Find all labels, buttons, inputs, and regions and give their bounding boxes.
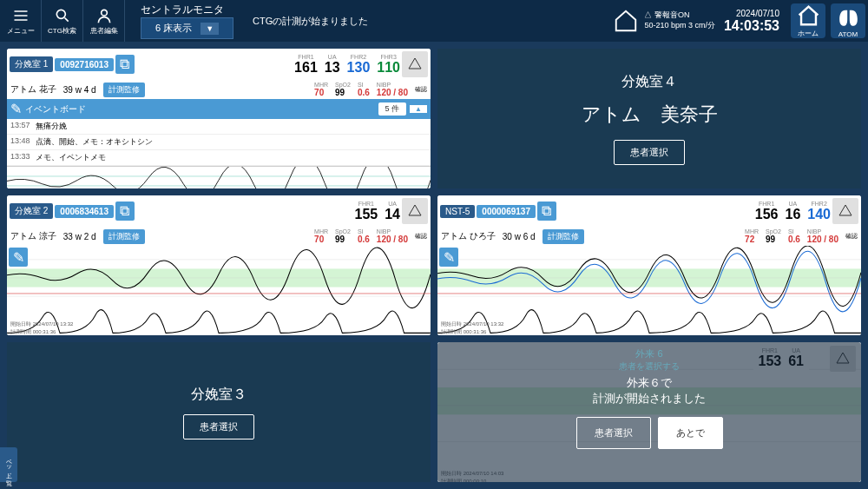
select-patient-button[interactable]: 患者選択 [183, 414, 254, 439]
event-item[interactable]: 13:57無痛分娩 [7, 119, 431, 135]
overlay-message: 外来６で計測が開始されました [593, 375, 706, 406]
bed-grid: 分娩室 1 0092716013 ⧉ FHR1161 UA13 FHR2130 … [0, 42, 868, 489]
datetime: 2024/07/10 14:03:53 [724, 9, 779, 34]
monitor-action-button[interactable]: 計測監修 [542, 229, 584, 244]
patient-name: アトム 花子 [10, 83, 56, 96]
timestamp-info: 開始日時 2024/07/10 13:32計測時間 000:31:36 [441, 320, 503, 335]
svg-rect-2 [7, 167, 431, 188]
person-icon [95, 7, 113, 24]
bed-tile-6[interactable]: 開始日時 2024/07/10 14:03計測時間 000:00:10 FHR1… [437, 342, 861, 482]
ctg-chart[interactable]: 開始日時 2024/07/10 13:31計測時間 000:32:09 [7, 167, 431, 188]
alarm-icon [838, 204, 852, 218]
patient-edit-button[interactable]: 患者編集 [83, 0, 125, 42]
home-icon [796, 3, 821, 29]
alarm-icon [408, 204, 422, 218]
collapse-icon[interactable]: ▲ [410, 105, 427, 113]
bed-tile-3[interactable]: 分娩室３ 患者選択 [7, 342, 431, 482]
room-tag: 分娩室 1 [10, 56, 53, 72]
ctg-chart[interactable]: ✎ 開始日時 2024/07/10 13:32計測時間 000:31:36 [437, 246, 861, 335]
app-header: メニュー CTG検索 患者編集 セントラルモニタ 6 床表示▼ CTGの計測が始… [0, 0, 868, 42]
event-item[interactable]: 13:33メモ、イベントメモ [7, 150, 431, 166]
bed-tile-4[interactable]: 分娩室４ アトム 美奈子 患者選択 [437, 49, 861, 188]
brand-button[interactable]: ATOM [831, 3, 865, 38]
timestamp-info: 開始日時 2024/07/10 13:32計測時間 000:31:36 [10, 320, 73, 335]
house-icon [613, 8, 639, 34]
monitor-action-button[interactable]: 計測監修 [103, 83, 145, 97]
ctg-chart[interactable]: ✎ 開始日時 2024/07/10 13:32計測時間 000:31:36 [7, 246, 431, 335]
patient-name: アトム 涼子 [10, 230, 56, 242]
gestational-age: 39 w 4 d [63, 85, 96, 95]
bed-list-tab[interactable]: ベッド一覧 [0, 447, 17, 482]
gestational-age: 30 w 6 d [503, 232, 536, 241]
patient-id: 0000069137 [477, 205, 536, 218]
room-tag: 分娩室 2 [10, 203, 53, 219]
edit-icon[interactable]: ✎ [10, 101, 22, 117]
svg-point-0 [56, 10, 65, 18]
event-board: ✎ イベントボード 5 件 ▲ 13:57無痛分娩 13:48点滴、開始、メモ：… [7, 99, 431, 167]
copy-icon[interactable]: ⧉ [115, 55, 135, 74]
alarm-ack-button[interactable] [832, 198, 858, 224]
menu-button[interactable]: メニュー [0, 0, 42, 42]
gestational-age: 33 w 2 d [63, 232, 96, 241]
bed-tile-nst5[interactable]: NST-5 0000069137 ⧉ FHR1156 UA16 FHR2140 … [437, 195, 861, 335]
bed-display-selector[interactable]: 6 床表示▼ [141, 17, 233, 39]
room-tag: NST-5 [440, 205, 475, 218]
event-item[interactable]: 13:48点滴、開始、メモ：オキシトシン [7, 135, 431, 150]
copy-icon[interactable]: ⧉ [115, 202, 135, 221]
alarm-icon [408, 57, 422, 71]
home-button[interactable]: ホーム [791, 3, 825, 38]
overlay-header: 外来 6 患者を選択する [437, 347, 861, 373]
bed-tile-1[interactable]: 分娩室 1 0092716013 ⧉ FHR1161 UA13 FHR2130 … [7, 49, 431, 188]
monitor-action-button[interactable]: 計測監修 [103, 229, 145, 244]
edit-icon[interactable]: ✎ [9, 248, 28, 267]
menu-icon [12, 7, 30, 24]
lungs-icon [835, 3, 862, 30]
status-message: CTGの計測が始まりました [242, 10, 608, 33]
search-icon [54, 7, 71, 24]
bed-tile-2[interactable]: 分娩室 2 0006834613 ⧉ FHR1155 UA14 アトム 涼子 3… [7, 195, 431, 335]
alarm-ack-button[interactable] [402, 198, 428, 224]
alarm-ack-button[interactable] [402, 51, 428, 77]
alarm-info: △ 警報音ON 50-210 bpm 3 cm/分 [644, 10, 715, 30]
room-title: 分娩室４ [621, 73, 677, 91]
edit-icon[interactable]: ✎ [439, 248, 458, 267]
central-monitor-title: セントラルモニタ [141, 3, 233, 17]
dropdown-arrow-icon: ▼ [201, 23, 219, 35]
room-title: 分娩室３ [191, 386, 247, 404]
patient-id: 0092716013 [55, 58, 114, 71]
select-patient-button[interactable]: 患者選択 [614, 140, 685, 165]
ctg-search-button[interactable]: CTG検索 [42, 0, 83, 42]
overlay-select-button[interactable]: 患者選択 [576, 417, 651, 449]
patient-id: 0006834613 [55, 205, 114, 218]
copy-icon[interactable]: ⧉ [537, 202, 556, 221]
overlay-later-button[interactable]: あとで [658, 417, 723, 449]
measurement-started-overlay: 外来 6 患者を選択する 外来６で計測が開始されました 患者選択 あとで [437, 342, 861, 482]
patient-name: アトム 美奈子 [582, 102, 718, 128]
patient-name: アトム ひろ子 [441, 230, 496, 242]
svg-point-1 [101, 10, 107, 16]
